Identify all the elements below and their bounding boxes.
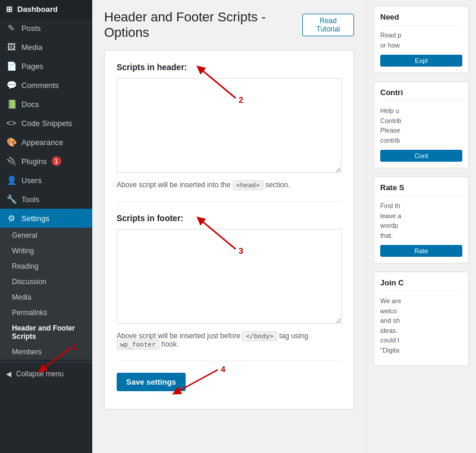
dashboard-icon: ⊞ [6,5,12,14]
submenu-members[interactable]: Members [0,344,92,360]
sidebar-appearance-label: Appearance [21,138,63,147]
submenu-media-settings[interactable]: Media [0,290,92,305]
widget-need-help-text: Read por how [380,30,462,50]
widget-rate-title: Rate S [380,183,462,196]
footer-scripts-hint: Above script will be inserted just befor… [117,332,342,348]
sidebar-item-posts[interactable]: ✎ Posts [0,18,92,37]
widget-need-help-title: Need [380,12,462,26]
submenu-writing[interactable]: Writing [0,243,92,259]
header-scripts-textarea[interactable] [117,78,342,173]
page-title: Header and Footer Scripts - Options [104,10,295,40]
sidebar-media-label: Media [21,43,42,52]
sidebar-item-docs[interactable]: 📗 Docs [0,95,92,114]
save-divider [117,360,342,361]
collapse-menu[interactable]: ◀ Collapse menu 1 [0,365,92,383]
main-area: Header and Footer Scripts - Options Read… [92,0,476,453]
widget-contribute-text: Help uContribPleasecontrib [380,106,462,145]
svg-text:4: 4 [221,364,226,374]
sidebar-posts-label: Posts [21,24,41,33]
widget-rate: Rate S Find thleave awordpthat. Rate [374,177,469,263]
header-scripts-section: Scripts in header: 2 Above script will b… [117,62,342,189]
sidebar-settings-label: Settings [21,214,49,223]
settings-submenu: General Writing Reading Discussion Media… [0,228,92,360]
docs-icon: 📗 [6,99,17,109]
header-scripts-hint: Above script will be inserted into the <… [117,181,342,189]
sidebar: ⊞ Dashboard ✎ Posts 🖼 Media 📄 Pages 💬 Co… [0,0,92,453]
sidebar-item-tools[interactable]: 🔧 Tools [0,190,92,209]
plugins-icon: 🔌 [6,156,17,166]
sidebar-divider [0,362,92,363]
sidebar-plugins-label: Plugins [21,157,47,166]
body-code-tag: </body> [242,331,277,341]
widget-contribute-title: Contri [380,88,462,101]
widget-rate-btn[interactable]: Rate [380,245,462,257]
sidebar-item-users[interactable]: 👤 Users [0,171,92,190]
users-icon: 👤 [6,175,17,185]
submenu-general[interactable]: General [0,228,92,243]
sidebar-item-code-snippets[interactable]: <> Code Snippets [0,114,92,133]
settings-icon: ⚙ [6,213,17,223]
submenu-discussion[interactable]: Discussion [0,274,92,290]
sidebar-item-appearance[interactable]: 🎨 Appearance [0,133,92,152]
sidebar-dashboard-header[interactable]: ⊞ Dashboard [0,0,92,18]
right-sidebar: Need Read por how Expl Contri Help uCont… [366,0,476,453]
sidebar-item-plugins[interactable]: 🔌 Plugins 1 [0,152,92,171]
footer-scripts-section: Scripts in footer: 3 Above script will b… [117,213,342,348]
sidebar-tools-label: Tools [21,195,39,204]
widget-join: Join C We arewelcoand shideas.could l"Di… [374,272,469,366]
code-snippets-icon: <> [6,118,17,128]
sidebar-code-snippets-label: Code Snippets [21,119,72,128]
widget-contribute: Contri Help uContribPleasecontrib Cont [374,81,469,168]
appearance-icon: 🎨 [6,137,17,147]
widget-join-title: Join C [380,278,462,291]
sidebar-header-label: Dashboard [17,5,58,14]
submenu-header-footer-scripts[interactable]: Header and Footer Scripts [0,320,92,344]
save-settings-button[interactable]: Save settings [117,373,186,391]
widget-join-text: We arewelcoand shideas.could l"Digita [380,296,462,355]
plugins-badge: 1 [52,156,61,166]
pages-icon: 📄 [6,61,17,71]
sidebar-item-settings[interactable]: ⚙ Settings ▶ [0,209,92,228]
tools-icon: 🔧 [6,194,17,204]
main-content-box: Scripts in header: 2 Above script will b… [104,50,354,410]
content-area: Header and Footer Scripts - Options Read… [92,0,366,453]
submenu-reading[interactable]: Reading [0,259,92,274]
sidebar-pages-label: Pages [21,62,43,71]
widget-need-help: Need Read por how Expl [374,6,469,73]
section-divider [117,201,342,202]
settings-arrow-icon: ▶ [84,215,89,222]
head-code-tag: <head> [233,180,264,190]
collapse-icon: ◀ [6,370,11,378]
page-title-row: Header and Footer Scripts - Options Read… [104,10,354,40]
sidebar-docs-label: Docs [21,100,39,109]
comments-icon: 💬 [6,80,17,90]
save-section: Save settings 4 [117,373,342,397]
footer-scripts-textarea[interactable] [117,229,342,324]
media-icon: 🖼 [6,42,17,52]
sidebar-item-pages[interactable]: 📄 Pages [0,56,92,76]
submenu-permalinks[interactable]: Permalinks [0,305,92,320]
footer-scripts-label: Scripts in footer: [117,213,342,223]
wp-footer-code: wp_footer [117,339,159,350]
sidebar-comments-label: Comments [21,81,59,90]
read-tutorial-button[interactable]: Read Tutorial [302,14,354,36]
posts-icon: ✎ [6,23,17,33]
widget-rate-text: Find thleave awordpthat. [380,201,462,240]
collapse-label: Collapse menu [16,370,64,378]
sidebar-users-label: Users [21,176,42,185]
widget-need-help-btn[interactable]: Expl [380,55,462,67]
header-scripts-label: Scripts in header: [117,62,342,72]
sidebar-item-media[interactable]: 🖼 Media [0,37,92,56]
sidebar-item-comments[interactable]: 💬 Comments [0,76,92,95]
widget-contribute-btn[interactable]: Cont [380,150,462,162]
